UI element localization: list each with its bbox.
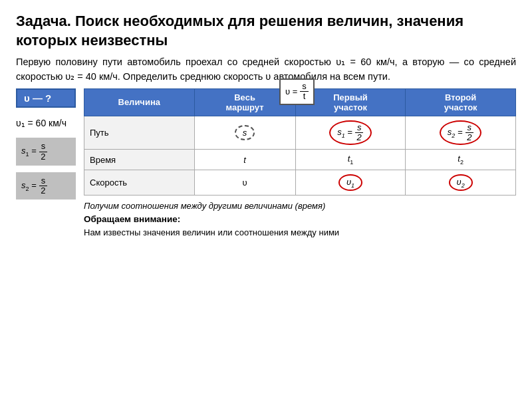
formula-box: υ = s t (279, 78, 315, 105)
table-row: Скорость υ υ1 υ2 (84, 170, 516, 196)
cell-speed-first: υ1 (295, 170, 406, 196)
row-name-speed: Скорость (84, 170, 195, 196)
cell-speed-second: υ2 (406, 170, 516, 196)
row-name-time: Время (84, 150, 195, 170)
bottom-bold: Обращаем внимание: (84, 213, 516, 226)
cell-path-whole: s (194, 116, 295, 150)
bottom-italic: Получим соотношения между другими величи… (84, 200, 516, 213)
s1-box: s1 = s 2 (16, 138, 76, 166)
cell-time-whole: t (194, 150, 295, 170)
s2-box: s2 = s 2 (16, 172, 76, 200)
table-row: Время t t1 t2 (84, 150, 516, 170)
col-header-second: Второйучасток (406, 88, 516, 116)
table-row: Путь s s1 = s 2 (84, 116, 516, 150)
cell-path-second: s2 = s 2 (406, 116, 516, 150)
row-name-path: Путь (84, 116, 195, 150)
bottom-note: Нам известны значения величин или соотно… (84, 226, 516, 239)
problem-text: Первую половину пути автомобиль проехал … (16, 55, 516, 84)
cell-time-second: t2 (406, 150, 516, 170)
unknown-box: υ — ? (16, 88, 76, 108)
title: Задача. Поиск необходимых для решения ве… (16, 12, 516, 50)
cell-time-first: t1 (295, 150, 406, 170)
cell-path-first: s1 = s 2 (295, 116, 406, 150)
cell-speed-whole: υ (194, 170, 295, 196)
col-header-name: Величина (84, 88, 195, 116)
known-v1: υ₁ = 60 км/ч (16, 117, 76, 130)
